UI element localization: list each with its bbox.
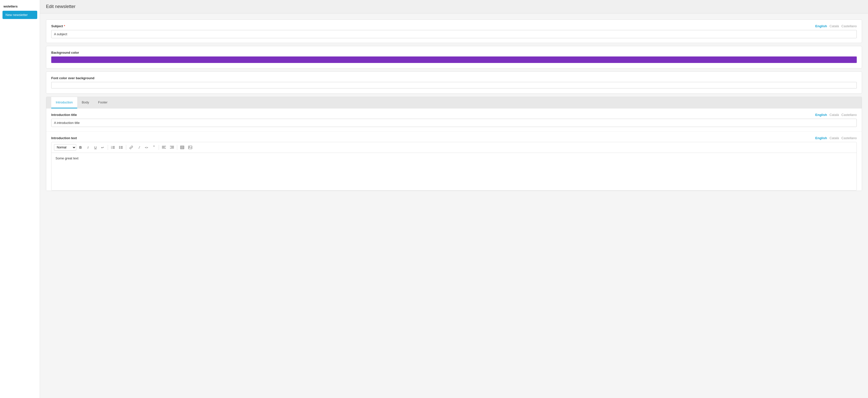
table-icon: [180, 146, 184, 149]
svg-rect-19: [181, 146, 184, 149]
link-icon: [129, 146, 133, 149]
font-color-field-row: Font color over background: [46, 72, 862, 94]
tab-introduction[interactable]: Introduction: [51, 97, 77, 108]
tab-footer[interactable]: Footer: [94, 97, 112, 108]
unordered-list-button[interactable]: [118, 144, 124, 151]
intro-text-label-row: Introduction text English Català Castell…: [51, 136, 857, 140]
intro-title-lang-castellano[interactable]: Castellano: [841, 113, 857, 117]
new-newsletter-button[interactable]: New newsletter: [2, 11, 37, 19]
background-color-picker[interactable]: [51, 57, 857, 63]
toolbar-divider-4: [177, 145, 177, 150]
editor-content[interactable]: Some great text: [52, 153, 857, 190]
rich-text-editor: Normal Heading 1 Heading 2 B I U ↩: [51, 142, 857, 191]
sidebar: wsletters New newsletter: [0, 0, 40, 398]
background-color-label-row: Background color: [51, 51, 857, 55]
strikethrough-icon: ↩: [101, 146, 105, 149]
subject-lang-castellano[interactable]: Castellano: [841, 24, 857, 28]
align-left-icon: [162, 146, 166, 149]
intro-text-lang-english[interactable]: English: [815, 136, 827, 140]
align-left-button[interactable]: [160, 144, 167, 151]
background-color-label: Background color: [51, 51, 79, 55]
subject-field-row: Subject * English Català Castellano: [46, 20, 862, 43]
intro-title-input[interactable]: [51, 119, 857, 127]
intro-text-lang-switcher: English Català Castellano: [815, 136, 857, 140]
align-right-icon: [170, 146, 174, 149]
intro-text-field-row: Introduction text English Català Castell…: [46, 132, 862, 191]
subject-lang-catala[interactable]: Català: [830, 24, 839, 28]
font-color-label: Font color over background: [51, 76, 94, 80]
font-color-picker[interactable]: [51, 82, 857, 89]
intro-title-field-row: Introduction title English Català Castel…: [46, 108, 862, 132]
italic-button[interactable]: I: [85, 144, 91, 151]
font-color-label-row: Font color over background: [51, 76, 857, 80]
image-icon: [188, 146, 192, 149]
subject-section: Subject * English Català Castellano: [46, 20, 862, 43]
underline-button[interactable]: U: [92, 144, 99, 151]
toolbar-divider-2: [126, 145, 126, 150]
align-right-button[interactable]: [168, 144, 176, 151]
image-button[interactable]: [187, 144, 194, 151]
intro-title-lang-switcher: English Català Castellano: [815, 113, 857, 117]
main-content: Edit newsletter Subject * English Català…: [40, 0, 868, 398]
toolbar-divider-3: [159, 145, 159, 150]
svg-point-11: [119, 147, 120, 148]
blockquote-button[interactable]: ": [151, 144, 157, 151]
font-color-section: Font color over background: [46, 71, 862, 94]
ordered-list-icon: 1. 2. 3.: [111, 146, 115, 149]
svg-point-12: [119, 148, 120, 149]
subject-lang-english[interactable]: English: [815, 24, 827, 28]
intro-title-label-row: Introduction title English Català Castel…: [51, 113, 857, 117]
page-header: Edit newsletter: [40, 0, 868, 13]
subject-label-row: Subject * English Català Castellano: [51, 24, 857, 28]
intro-title-lang-english[interactable]: English: [815, 113, 827, 117]
intro-title-label: Introduction title: [51, 113, 77, 117]
svg-point-10: [119, 146, 120, 147]
tabs-bar: Introduction Body Footer: [46, 97, 862, 108]
editor-toolbar: Normal Heading 1 Heading 2 B I U ↩: [52, 142, 857, 153]
code-button[interactable]: <>: [143, 144, 150, 151]
italic-variant-button[interactable]: 𝘐: [136, 144, 142, 151]
svg-text:3.: 3.: [111, 148, 112, 149]
link-button[interactable]: [128, 144, 135, 151]
subject-input[interactable]: [51, 30, 857, 38]
subject-lang-switcher: English Català Castellano: [815, 24, 857, 28]
unordered-list-icon: [119, 146, 123, 149]
content-area: Subject * English Català Castellano Back…: [40, 13, 868, 197]
background-color-section: Background color: [46, 46, 862, 68]
subject-required: *: [64, 24, 65, 28]
page-title: Edit newsletter: [46, 4, 862, 9]
subject-label: Subject *: [51, 24, 65, 28]
svg-text:↩: ↩: [101, 146, 104, 149]
intro-text-lang-catala[interactable]: Català: [830, 136, 839, 140]
background-color-field-row: Background color: [46, 46, 862, 68]
format-select[interactable]: Normal Heading 1 Heading 2: [54, 144, 76, 151]
ordered-list-button[interactable]: 1. 2. 3.: [110, 144, 117, 151]
intro-title-lang-catala[interactable]: Català: [830, 113, 839, 117]
bold-button[interactable]: B: [77, 144, 84, 151]
tab-body[interactable]: Body: [77, 97, 94, 108]
intro-text-lang-castellano[interactable]: Castellano: [841, 136, 857, 140]
tabs-section: Introduction Body Footer Introduction ti…: [46, 97, 862, 191]
table-button[interactable]: [179, 144, 186, 151]
intro-text-label: Introduction text: [51, 136, 77, 140]
strikethrough-button[interactable]: ↩: [100, 144, 106, 151]
sidebar-title: wsletters: [0, 3, 40, 11]
